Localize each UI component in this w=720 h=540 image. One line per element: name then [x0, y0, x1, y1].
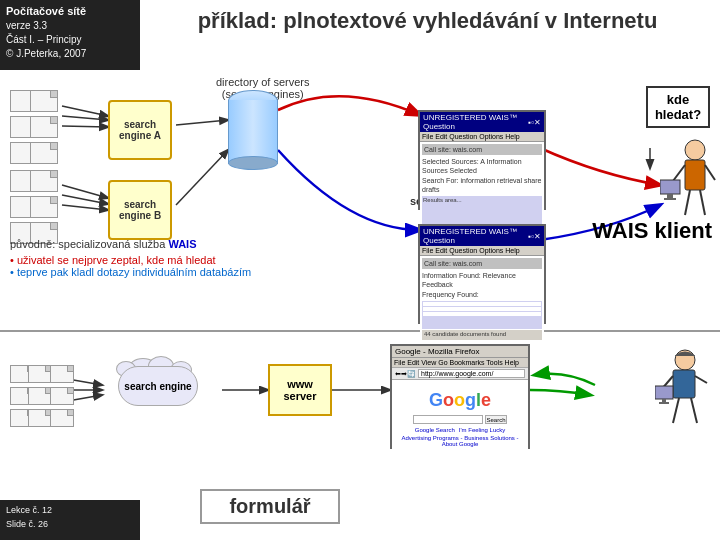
- cloud-label: search engine: [124, 381, 191, 392]
- cylinder-bottom: [228, 156, 278, 170]
- search-engine-b-label: search engine B: [110, 199, 170, 221]
- google-search-input[interactable]: [413, 415, 483, 424]
- header-author: © J.Peterka, 2007: [6, 47, 134, 61]
- main-title: příklad: plnotextové vyhledávání v Inter…: [145, 8, 710, 34]
- header-title: Počítačové sítě: [6, 4, 134, 19]
- footer-panel: Lekce č. 12 Slide č. 26: [0, 500, 140, 540]
- svg-rect-31: [662, 399, 666, 402]
- doc-page: [30, 116, 58, 138]
- svg-rect-21: [660, 180, 680, 194]
- google-addressbar: ⬅➡🔄 http://www.google.com/: [392, 368, 528, 380]
- svg-rect-30: [655, 386, 673, 399]
- doc-page: [50, 387, 74, 405]
- kde-hledat-box: kde hledat?: [646, 86, 710, 128]
- svg-rect-32: [659, 402, 669, 404]
- bullet-1: • uživatel se nejprve zeptal, kde má hle…: [10, 254, 251, 266]
- doc-page: [28, 387, 52, 405]
- puvodne-text: původně: specializovaná služba WAIS: [10, 238, 197, 250]
- bullet-2: • teprve pak kladl dotazy individuálním …: [10, 266, 251, 278]
- wais-klient-label: WAIS klient: [592, 218, 712, 244]
- svg-line-4: [62, 195, 108, 204]
- svg-point-15: [685, 140, 705, 160]
- bottom-doc-stack-2: [28, 365, 52, 427]
- doc-page: [30, 196, 58, 218]
- svg-rect-22: [667, 194, 673, 198]
- svg-line-7: [176, 150, 228, 205]
- wais-screenshot-top: UNREGISTERED WAIS™ Question ▪▫✕ File Edi…: [418, 110, 546, 210]
- google-links: Google SearchI'm Feeling Lucky: [396, 427, 524, 433]
- svg-line-5: [62, 205, 108, 210]
- svg-rect-25: [673, 370, 695, 398]
- google-win-title: Google - Mozilla Firefox: [392, 346, 528, 358]
- win-titlebar-top: UNREGISTERED WAIS™ Question ▪▫✕: [420, 112, 544, 132]
- svg-line-19: [685, 190, 690, 215]
- win-menubar-top: File Edit Question Options Help: [420, 132, 544, 142]
- directory-cylinder: [228, 90, 278, 170]
- google-content: Google Search Google SearchI'm Feeling L…: [392, 380, 528, 451]
- google-screenshot: Google - Mozilla Firefox File Edit View …: [390, 344, 530, 449]
- svg-line-0: [62, 106, 108, 116]
- cylinder-body: [228, 100, 278, 164]
- google-search-button[interactable]: Search: [485, 415, 506, 424]
- svg-line-6: [176, 120, 228, 125]
- www-server-label: www server: [270, 378, 330, 402]
- section-divider: [0, 330, 720, 332]
- bullet-list: • uživatel se nejprve zeptal, kde má hle…: [10, 254, 251, 278]
- svg-line-27: [695, 376, 707, 383]
- header-part: Část I. – Principy: [6, 33, 134, 47]
- doc-page: [30, 170, 58, 192]
- svg-line-2: [62, 126, 108, 127]
- search-engine-a-box: search engine A: [108, 100, 172, 160]
- svg-line-1: [62, 116, 108, 120]
- svg-rect-23: [664, 198, 676, 200]
- google-logo: Google: [396, 390, 524, 411]
- doc-page: [50, 365, 74, 383]
- header-panel: Počítačové sítě verze 3.3 Část I. – Prin…: [0, 0, 140, 70]
- bottom-person-figure: [655, 348, 715, 438]
- svg-line-20: [700, 190, 705, 215]
- doc-stack-top-2: [30, 90, 58, 164]
- wais-link: WAIS: [168, 238, 196, 250]
- google-toolbar: File Edit View Go Bookmarks Tools Help: [392, 358, 528, 368]
- bottom-doc-stack-3: [50, 365, 74, 427]
- svg-rect-16: [685, 160, 705, 190]
- google-bottom-links: Advertising Programs - Business Solution…: [396, 435, 524, 447]
- doc-page: [50, 409, 74, 427]
- win-menubar-bottom: File Edit Question Options Help: [420, 246, 544, 256]
- win-titlebar-bottom: UNREGISTERED WAIS™ Question ▪▫✕: [420, 226, 544, 246]
- header-version: verze 3.3: [6, 19, 134, 33]
- doc-page: [30, 90, 58, 112]
- doc-page: [30, 142, 58, 164]
- search-engine-a-label: search engine A: [110, 119, 170, 141]
- svg-line-3: [62, 185, 108, 198]
- doc-page: [28, 365, 52, 383]
- doc-stack-middle-2: [30, 170, 58, 244]
- www-server-box: www server: [268, 364, 332, 416]
- search-engine-b-box: search engine B: [108, 180, 172, 240]
- svg-line-28: [673, 398, 679, 423]
- win-body-bottom: Call site: wais.com Information Found: R…: [420, 256, 544, 342]
- footer-line2: Slide č. 26: [6, 518, 134, 532]
- formular-label: formulář: [200, 489, 340, 524]
- wais-screenshot-bottom: UNREGISTERED WAIS™ Question ▪▫✕ File Edi…: [418, 224, 546, 324]
- footer-line1: Lekce č. 12: [6, 504, 134, 518]
- search-engine-cloud: search engine: [108, 356, 208, 416]
- doc-page: [28, 409, 52, 427]
- svg-line-29: [691, 398, 697, 423]
- google-search-bar: Search: [396, 415, 524, 424]
- svg-line-18: [705, 165, 715, 180]
